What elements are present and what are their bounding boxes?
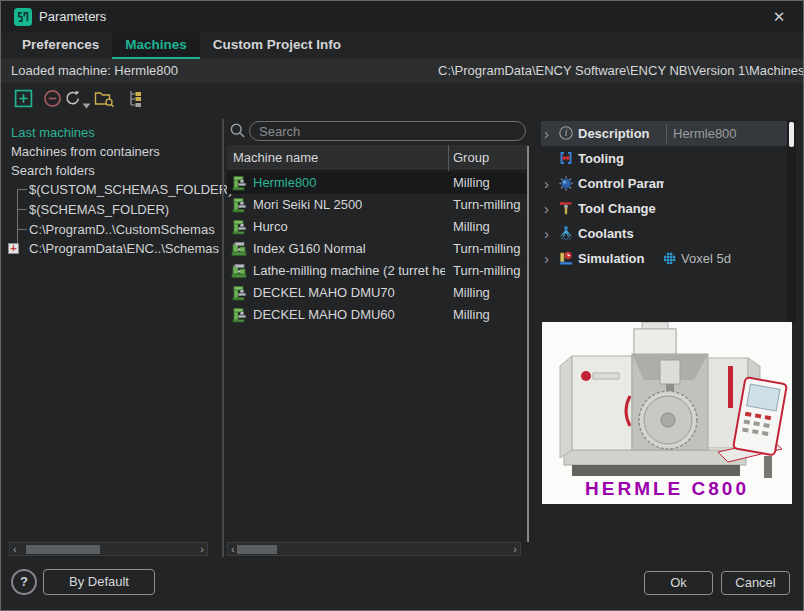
turn-mill-machine-icon [231,263,247,279]
table-row[interactable]: Index G160 Normal Turn-milling [227,238,528,260]
chevron-right-icon[interactable]: › [544,121,549,146]
param-label: Tool Change [578,196,664,221]
param-row-description[interactable]: › i Description Hermle800 [541,121,787,146]
param-row-control-parameters[interactable]: › Control Parameters [541,171,787,196]
tree-structure-icon [127,89,143,108]
tab-preferences[interactable]: Preferences [9,33,112,59]
add-machine-button[interactable] [14,89,36,111]
machine-group: Milling [453,216,490,238]
table-row[interactable]: Lathe-milling machine (2 turret he... Tu… [227,260,528,282]
machine-preview-image: HERMLE C800 [542,322,792,504]
table-row[interactable]: Hermle800 Milling [227,172,528,194]
param-row-coolants[interactable]: › Coolants [541,221,787,246]
machine-group: Turn-milling [453,260,520,282]
milling-machine-icon [231,219,247,235]
chevron-right-icon[interactable]: › [544,171,549,196]
machine-properties-panel: › i Description Hermle800 Tooling › [541,119,797,559]
tab-machines[interactable]: Machines [112,33,200,59]
chevron-right-icon[interactable]: › [544,196,549,221]
machine-name: Lathe-milling machine (2 turret he... [253,260,445,282]
sidebar-item-schemas-path[interactable]: C:\ProgramData\ENC..\Schemas [29,239,219,258]
search-folder-button[interactable] [94,89,116,111]
help-button[interactable]: ? [11,569,37,595]
ok-button[interactable]: Ok [644,571,713,595]
simulation-mode-value: Voxel 5d [681,246,731,271]
scroll-left-icon[interactable]: ‹ [231,543,235,555]
properties-vertical-scrollbar[interactable] [787,119,796,322]
sidebar-item-search-folders[interactable]: Search folders [11,161,95,180]
scrollbar-thumb[interactable] [26,545,100,554]
scroll-left-icon[interactable]: ‹ [13,543,17,555]
folders-horizontal-scrollbar[interactable]: ‹ › [9,542,208,556]
loaded-machine-path: C:\ProgramData\ENCY Software\ENCY NB\Ver… [438,59,804,83]
caret-down-icon [82,103,91,109]
sidebar-item-custom-schemas-path[interactable]: C:\ProgramD..\CustomSchemas [29,220,215,239]
scroll-right-icon[interactable]: › [200,543,204,555]
param-label: Coolants [578,221,664,246]
chevron-right-icon[interactable]: › [544,221,549,246]
milling-machine-icon [231,307,247,323]
close-icon[interactable]: ✕ [763,1,795,33]
table-row[interactable]: DECKEL MAHO DMU70 Milling [227,282,528,304]
minus-circle-icon [43,89,62,108]
param-row-simulation[interactable]: › Simulation Voxel 5d [541,246,787,271]
param-value: Hermle800 [673,121,737,146]
scrollbar-thumb[interactable] [789,122,794,147]
by-default-button[interactable]: By Default [43,569,155,595]
column-header-group[interactable]: Group [453,145,489,170]
remove-machine-button[interactable] [43,89,65,111]
table-row[interactable]: Hurco Milling [227,216,528,238]
voxel-grid-icon [663,252,676,265]
param-label: Simulation [578,246,664,271]
param-label: Tooling [578,146,664,171]
column-header-machine-name[interactable]: Machine name [233,145,318,170]
folders-panel: Last machines Machines from containers S… [9,119,219,559]
cancel-button[interactable]: Cancel [721,571,790,595]
machine-name: Index G160 Normal [253,238,366,260]
table-row[interactable]: Mori Seiki NL 2500 Turn-milling [227,194,528,216]
tree-connector-stub [17,209,27,210]
machine-name: Hermle800 [253,172,317,194]
coolants-icon [558,225,574,241]
scrollbar-thumb[interactable] [237,545,277,554]
machine-group: Milling [453,304,490,326]
milling-machine-icon [231,285,247,301]
machine-name: Mori Seiki NL 2500 [253,194,362,216]
param-label: Control Parameters [578,171,664,196]
param-row-tooling[interactable]: Tooling [541,146,787,171]
search-input[interactable] [249,121,526,141]
machine-name: DECKEL MAHO DMU60 [253,304,395,326]
machine-list-panel: Machine name Group Hermle800 Milling [227,119,534,559]
sidebar-item-machines-from-containers[interactable]: Machines from containers [11,142,160,161]
window-title: Parameters [39,1,106,33]
tree-view-button[interactable] [127,89,149,111]
machine-name: DECKEL MAHO DMU70 [253,282,395,304]
svg-text:i: i [565,128,568,138]
scroll-right-icon[interactable]: › [513,543,517,555]
control-parameters-icon [558,175,574,191]
sidebar-item-custom-schemas-folder[interactable]: $(CUSTOM_SCHEMAS_FOLDER) [29,180,232,199]
tree-connector-stub [17,229,27,230]
tree-connector-stub [17,189,27,190]
loaded-machine-label: Loaded machine: Hermle800 [11,59,178,83]
search-icon [229,122,246,139]
machine-name: Hurco [253,216,288,238]
panel-splitter[interactable] [222,119,224,557]
machine-group: Turn-milling [453,194,520,216]
tab-custom-project-info[interactable]: Custom Project Info [200,33,354,59]
machine-list-vertical-scrollbar[interactable] [527,146,529,542]
machine-group: Milling [453,172,490,194]
info-icon: i [558,125,574,141]
plus-square-icon [14,89,33,108]
table-row[interactable]: DECKEL MAHO DMU60 Milling [227,304,528,326]
chevron-right-icon[interactable]: › [544,246,549,271]
sidebar-item-last-machines[interactable]: Last machines [11,123,95,142]
tooling-icon [558,150,574,166]
milling-machine-icon [231,175,247,191]
tree-connector-line [17,189,18,248]
turn-mill-machine-icon [231,241,247,257]
expand-plus-icon[interactable]: + [8,243,19,254]
sidebar-item-schemas-folder[interactable]: $(SCHEMAS_FOLDER) [29,200,169,219]
param-row-tool-change[interactable]: › Tool Change [541,196,787,221]
machine-list-horizontal-scrollbar[interactable]: ‹ › [227,542,521,556]
